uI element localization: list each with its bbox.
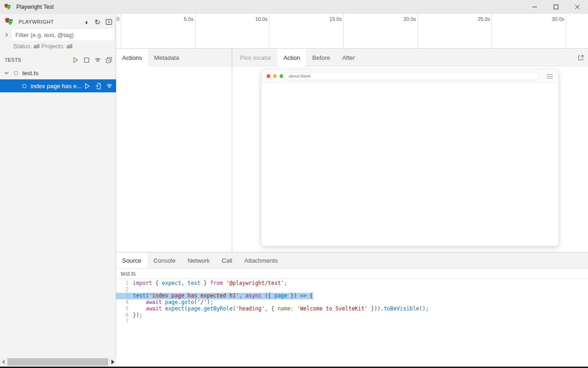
- tab-console[interactable]: Console: [147, 252, 182, 268]
- minimize-icon: [532, 4, 537, 10]
- run-all-icon[interactable]: [72, 57, 79, 64]
- tree-item-test[interactable]: index page has e...: [0, 79, 116, 92]
- tab-call[interactable]: Call: [216, 252, 238, 268]
- external-link-icon: [577, 54, 584, 61]
- brand-label: PLAYWRIGHT: [19, 19, 54, 25]
- projects-label: Projects:: [41, 43, 65, 50]
- line-number: 1: [116, 280, 129, 287]
- browser-chrome: about:blank: [261, 70, 558, 83]
- test-status-icon: [22, 84, 26, 88]
- run-icon[interactable]: [84, 83, 91, 90]
- timeline-gridline: [343, 14, 344, 48]
- tree-item-file[interactable]: test.ts: [0, 66, 116, 79]
- timeline-gridline: [491, 14, 492, 48]
- filter-row: [0, 29, 116, 41]
- timeline-tick-label: 20.0s: [389, 16, 416, 22]
- timeline-tick-label: 0: [92, 16, 119, 22]
- code-line[interactable]: 7: [116, 318, 588, 325]
- timeline-gridline: [269, 14, 269, 48]
- code-line[interactable]: 4 await page.goto('/');: [116, 299, 588, 306]
- timeline-tick-label: 10.0s: [241, 16, 268, 22]
- maximize-icon: [553, 4, 559, 10]
- title-bar: Playwright Test: [0, 0, 588, 14]
- open-external-button[interactable]: [577, 49, 584, 66]
- tree-test-label: index page has e...: [31, 83, 82, 90]
- playwright-logo-icon: [4, 3, 12, 11]
- timeline-tick-label: 25.0s: [463, 16, 490, 22]
- tests-header-label: TESTS: [5, 57, 21, 63]
- tab-attachments[interactable]: Attachments: [238, 252, 284, 268]
- bottom-panel: SourceConsoleNetworkCallAttachments test…: [116, 252, 588, 367]
- code-line[interactable]: 6});: [116, 312, 588, 319]
- watch-icon[interactable]: [106, 83, 113, 90]
- timeline-gridline: [566, 14, 566, 48]
- theme-toggle-icon[interactable]: ◐: [85, 19, 89, 26]
- timeline-tick-label: 5.0s: [167, 16, 194, 22]
- close-button[interactable]: [567, 0, 588, 14]
- maximize-button[interactable]: [545, 0, 567, 14]
- scroll-left-icon[interactable]: [2, 360, 5, 364]
- code-line[interactable]: 3test('index page has expected h1', asyn…: [116, 293, 588, 299]
- tree-file-label: test.ts: [22, 70, 39, 77]
- tab-after[interactable]: After: [336, 49, 361, 66]
- address-bar[interactable]: about:blank: [283, 72, 540, 80]
- line-number: 7: [116, 318, 129, 325]
- actions-panel: [116, 66, 232, 252]
- projects-value: all: [66, 43, 72, 50]
- scrollbar-thumb[interactable]: [7, 358, 108, 366]
- source-toolbar: test.ts: [116, 269, 588, 279]
- test-tree: test.ts index page has e...: [0, 66, 116, 92]
- content-row: about:blank: [116, 66, 588, 252]
- hamburger-icon[interactable]: [547, 74, 553, 78]
- scroll-right-icon[interactable]: [111, 360, 114, 364]
- tab-source[interactable]: Source: [116, 252, 147, 268]
- timeline-gridline: [418, 14, 418, 48]
- code-line[interactable]: 2: [116, 287, 588, 293]
- line-number: 2: [116, 287, 129, 293]
- timeline-tick-label: 30.0s: [537, 16, 564, 22]
- goto-source-icon[interactable]: [95, 83, 102, 90]
- minimize-dot-icon: [273, 74, 277, 78]
- code-line[interactable]: 5 await expect(page.getByRole('heading',…: [116, 306, 588, 312]
- actions-tabgroup: ActionsMetadata: [116, 49, 232, 66]
- browser-snapshot: about:blank: [261, 70, 558, 246]
- tab-actions[interactable]: Actions: [116, 49, 148, 66]
- close-dot-icon: [267, 74, 270, 78]
- filter-input[interactable]: [12, 29, 114, 40]
- chevron-down-icon[interactable]: [3, 70, 10, 76]
- timeline-tick-label: 15.0s: [315, 16, 342, 22]
- code-line[interactable]: 1import { expect, test } from '@playwrig…: [116, 280, 588, 287]
- chevron-right-icon[interactable]: [3, 32, 10, 38]
- main-area: 05.0s10.0s15.0s20.0s25.0s30.0s ActionsMe…: [116, 14, 588, 367]
- snapshot-tabgroup: Pick locatorActionBeforeAfter: [232, 49, 588, 66]
- collapse-all-icon[interactable]: [105, 57, 112, 64]
- tab-action[interactable]: Action: [277, 49, 306, 66]
- horizontal-scrollbar[interactable]: [0, 357, 116, 367]
- timeline-gridline: [121, 14, 121, 48]
- playwright-logo-icon: [4, 17, 15, 27]
- status-label: Status:: [13, 43, 32, 50]
- status-value: all: [33, 43, 39, 50]
- traffic-lights: [267, 74, 283, 78]
- sidebar: PLAYWRIGHT ◐ ↻ Status: all Projects: all…: [0, 14, 116, 367]
- filter-status-line[interactable]: Status: all Projects: all: [13, 43, 72, 50]
- source-file-label: test.ts: [121, 271, 136, 277]
- watch-all-icon[interactable]: [94, 57, 101, 64]
- line-number: 5: [116, 306, 129, 312]
- test-status-icon: [14, 71, 18, 75]
- line-number: 3: [116, 293, 129, 299]
- tab-pick-locator[interactable]: Pick locator: [234, 49, 277, 66]
- timeline[interactable]: 05.0s10.0s15.0s20.0s25.0s30.0s: [116, 14, 588, 49]
- line-number: 6: [116, 312, 129, 319]
- window-title: Playwright Test: [16, 4, 53, 10]
- tests-section-header: TESTS: [0, 53, 116, 66]
- minimize-button[interactable]: [524, 0, 545, 14]
- timeline-gridline: [195, 14, 196, 48]
- stop-icon[interactable]: [83, 57, 90, 64]
- tab-before[interactable]: Before: [306, 49, 336, 66]
- tab-network[interactable]: Network: [182, 252, 216, 268]
- source-code[interactable]: 1import { expect, test } from '@playwrig…: [116, 279, 588, 325]
- bottom-tabgroup: SourceConsoleNetworkCallAttachments: [116, 252, 588, 269]
- tab-metadata[interactable]: Metadata: [148, 49, 185, 66]
- app-window: Playwright Test PLAYWRIGHT ◐: [0, 0, 588, 368]
